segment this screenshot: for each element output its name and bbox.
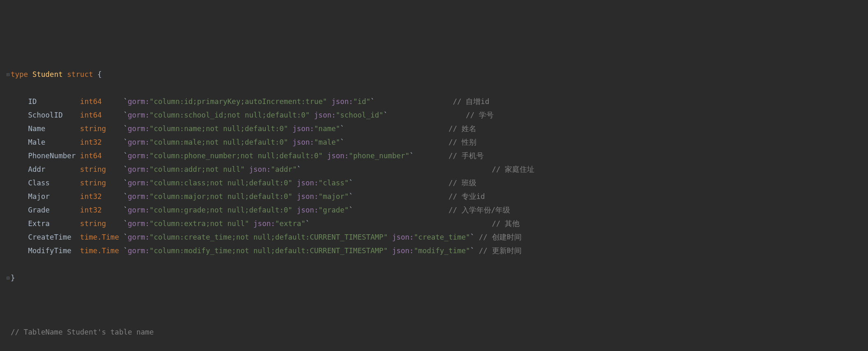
struct-field-line: Male int32 `gorm:"column:male;not null;d… xyxy=(6,136,868,149)
tag-value: "column:extra;not null" xyxy=(149,219,249,228)
field-comment: // 性别 xyxy=(448,138,476,146)
brace: { xyxy=(97,70,102,79)
field-name: Extra xyxy=(28,219,80,228)
tag-backtick: ` xyxy=(123,219,128,228)
tag-value: "column:id;primaryKey;autoIncrement:true… xyxy=(149,97,327,106)
tag-key: gorm: xyxy=(128,97,150,106)
code-editor[interactable]: ⊟type Student struct { ID int64 `gorm:"c… xyxy=(0,54,868,351)
struct-field-line: Grade int32 `gorm:"column:grade;not null… xyxy=(6,203,868,217)
struct-fields: ID int64 `gorm:"column:id;primaryKey;aut… xyxy=(6,95,868,258)
field-type: int32 xyxy=(80,138,123,146)
field-name: SchoolID xyxy=(28,111,80,119)
field-type: string xyxy=(80,125,123,133)
tag-backtick: ` xyxy=(123,165,128,173)
tag-value: "name" xyxy=(314,125,340,133)
tag-value: "column:phone_number;not null;default:0" xyxy=(149,152,323,160)
field-comment: // 创建时间 xyxy=(479,233,522,241)
field-name: ID xyxy=(28,97,80,106)
field-type: int64 xyxy=(80,111,123,119)
field-type: int32 xyxy=(80,206,123,214)
field-name: CreateTime xyxy=(28,233,80,241)
field-comment: // 家庭住址 xyxy=(492,165,535,173)
field-comment: // 自增id xyxy=(453,97,490,106)
struct-field-line: Extra string `gorm:"column:extra;not nul… xyxy=(6,217,868,231)
tag-backtick: ` xyxy=(340,138,345,146)
field-comment: // 入学年份/年级 xyxy=(448,206,510,214)
tag-key: json: xyxy=(292,138,314,146)
struct-field-line: SchoolID int64 `gorm:"column:school_id;n… xyxy=(6,109,868,122)
pad xyxy=(353,206,448,214)
struct-field-line: Class string `gorm:"column:class;not nul… xyxy=(6,176,868,190)
brace: } xyxy=(11,274,15,282)
struct-field-line: Major int32 `gorm:"column:major;not null… xyxy=(6,190,868,203)
fold-icon[interactable]: ⊟ xyxy=(7,271,10,285)
tag-key: json: xyxy=(297,179,318,187)
tag-key: json: xyxy=(392,247,414,255)
tag-value: "column:grade;not null;default:0" xyxy=(149,206,292,214)
tag-backtick: ` xyxy=(123,97,128,106)
keyword: type xyxy=(11,70,28,79)
fold-icon[interactable]: ⊟ xyxy=(7,68,10,81)
field-type: int64 xyxy=(80,97,123,106)
tag-backtick: ` xyxy=(371,97,375,106)
tag-backtick: ` xyxy=(123,111,128,119)
type-name: Student xyxy=(32,70,63,79)
struct-field-line: Addr string `gorm:"column:addr;not null"… xyxy=(6,163,868,176)
tag-backtick: ` xyxy=(306,219,310,228)
tag-value: "modify_time" xyxy=(414,247,470,255)
pad xyxy=(353,192,448,201)
tag-key: json: xyxy=(249,165,271,173)
pad xyxy=(474,247,479,255)
tag-value: "major" xyxy=(318,192,349,201)
field-type: string xyxy=(80,165,123,173)
field-comment: // 其他 xyxy=(492,219,520,228)
tag-key: gorm: xyxy=(128,179,150,187)
comment: // TableName Student's table name xyxy=(11,328,154,336)
pad xyxy=(414,152,448,160)
field-comment: // 学号 xyxy=(466,111,494,119)
pad xyxy=(474,233,479,241)
field-name: Addr xyxy=(28,165,80,173)
field-type: string xyxy=(80,219,123,228)
code-line: ⊟} xyxy=(6,271,868,285)
tag-key: gorm: xyxy=(128,219,150,228)
struct-field-line: ID int64 `gorm:"column:id;primaryKey;aut… xyxy=(6,95,868,109)
tag-value: "addr" xyxy=(271,165,297,173)
tag-value: "column:name;not null;default:0" xyxy=(149,125,288,133)
tag-backtick: ` xyxy=(470,233,475,241)
tag-backtick: ` xyxy=(470,247,475,255)
code-line: ⊟type Student struct { xyxy=(6,68,868,81)
tag-key: gorm: xyxy=(128,206,150,214)
tag-backtick: ` xyxy=(349,179,353,187)
field-comment: // 更新时间 xyxy=(479,247,522,255)
tag-backtick: ` xyxy=(409,152,414,160)
tag-backtick: ` xyxy=(340,125,345,133)
tag-backtick: ` xyxy=(123,233,128,241)
pad xyxy=(344,138,448,146)
tag-backtick: ` xyxy=(123,138,128,146)
field-comment: // 专业id xyxy=(448,192,485,201)
tag-key: json: xyxy=(314,111,336,119)
tag-value: "school_id" xyxy=(336,111,383,119)
tag-key: gorm: xyxy=(128,233,150,241)
field-name: Major xyxy=(28,192,80,201)
tag-value: "column:school_id;not null;default:0" xyxy=(149,111,310,119)
tag-key: json: xyxy=(292,125,314,133)
tag-backtick: ` xyxy=(297,165,301,173)
field-type: time.Time xyxy=(80,247,123,255)
tag-key: json: xyxy=(297,192,318,201)
tag-backtick: ` xyxy=(123,125,128,133)
tag-backtick: ` xyxy=(349,192,353,201)
field-name: PhoneNumber xyxy=(28,152,80,160)
field-type: int32 xyxy=(80,192,123,201)
tag-key: gorm: xyxy=(128,247,150,255)
tag-key: gorm: xyxy=(128,125,150,133)
tag-key: json: xyxy=(253,219,275,228)
field-comment: // 班级 xyxy=(448,179,476,187)
tag-value: "column:male;not null;default:0" xyxy=(149,138,288,146)
struct-field-line: Name string `gorm:"column:name;not null;… xyxy=(6,122,868,136)
pad xyxy=(353,179,448,187)
tag-backtick: ` xyxy=(349,206,353,214)
field-name: Name xyxy=(28,125,80,133)
code-line: // TableName Student's table name xyxy=(6,326,868,339)
